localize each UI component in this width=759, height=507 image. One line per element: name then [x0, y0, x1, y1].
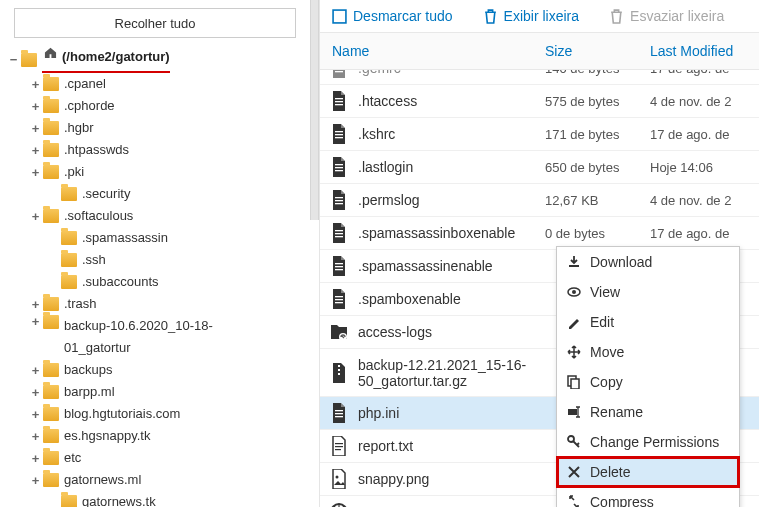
- file-name: .kshrc: [358, 126, 395, 142]
- tree-item[interactable]: +es.hgsnappy.tk: [8, 425, 300, 447]
- expand-toggle-icon[interactable]: +: [30, 298, 41, 311]
- rename-icon: [567, 405, 581, 419]
- file-row[interactable]: .lastlogin650 de bytesHoje 14:06: [320, 151, 759, 184]
- ctx-label: Compress: [590, 494, 654, 507]
- ctx-perm[interactable]: Change Permissions: [557, 427, 739, 457]
- tree-root[interactable]: − (/home2/gatortur): [8, 46, 300, 73]
- ctx-edit[interactable]: Edit: [557, 307, 739, 337]
- unselect-all-label: Desmarcar tudo: [353, 8, 453, 24]
- expand-toggle-icon[interactable]: +: [30, 386, 41, 399]
- tree-item[interactable]: +.cpanel: [8, 73, 300, 95]
- doc-icon: [330, 124, 348, 144]
- file-row[interactable]: .permslog12,67 KB4 de nov. de 2: [320, 184, 759, 217]
- ctx-view[interactable]: View: [557, 277, 739, 307]
- ctx-label: Edit: [590, 314, 614, 330]
- tree-item-label: barpp.ml: [64, 381, 115, 403]
- file-name: .spamassassinenable: [358, 258, 493, 274]
- tree-item[interactable]: +blog.hgtutoriais.com: [8, 403, 300, 425]
- tree-item[interactable]: +.htpasswds: [8, 139, 300, 161]
- tree-item-label: backup-10.6.2020_10-18-01_gatortur: [64, 315, 264, 359]
- column-size[interactable]: Size: [539, 33, 644, 69]
- unselect-all-button[interactable]: Desmarcar tudo: [332, 8, 453, 24]
- file-date: 17 de ago. de: [644, 127, 759, 142]
- folder-icon: [43, 363, 59, 377]
- tree-item-label: .cphorde: [64, 95, 115, 117]
- ctx-label: Change Permissions: [590, 434, 719, 450]
- expand-toggle-icon[interactable]: +: [30, 408, 41, 421]
- file-name: .spamboxenable: [358, 291, 461, 307]
- expand-toggle-icon[interactable]: +: [30, 452, 41, 465]
- root-path-label: (/home2/gatortur): [62, 46, 170, 68]
- doc-icon: [330, 256, 348, 276]
- expand-toggle-icon[interactable]: +: [30, 78, 41, 91]
- file-row[interactable]: .kshrc171 de bytes17 de ago. de: [320, 118, 759, 151]
- tree-item[interactable]: +backup-10.6.2020_10-18-01_gatortur: [8, 315, 300, 359]
- expand-toggle-icon[interactable]: +: [30, 474, 41, 487]
- tree-item[interactable]: +gatornews.ml: [8, 469, 300, 491]
- expand-toggle-icon[interactable]: +: [30, 430, 41, 443]
- expand-toggle-icon[interactable]: +: [30, 144, 41, 157]
- ctx-download[interactable]: Download: [557, 247, 739, 277]
- file-name: snappy.png: [358, 471, 429, 487]
- folder-icon: [61, 187, 77, 201]
- tree-item-label: blog.hgtutoriais.com: [64, 403, 180, 425]
- ctx-copy[interactable]: Copy: [557, 367, 739, 397]
- download-icon: [567, 255, 581, 269]
- tree-item[interactable]: +.trash: [8, 293, 300, 315]
- delete-icon: [567, 465, 581, 479]
- ctx-rename[interactable]: Rename: [557, 397, 739, 427]
- file-name: .lastlogin: [358, 159, 413, 175]
- tree-item[interactable]: .spamassassin: [8, 227, 300, 249]
- pane-divider[interactable]: [310, 0, 319, 220]
- expand-toggle-icon[interactable]: +: [30, 100, 41, 113]
- column-name[interactable]: Name: [320, 33, 539, 69]
- doc-icon: [330, 289, 348, 309]
- trash-icon: [483, 9, 498, 24]
- expand-toggle-icon[interactable]: +: [30, 210, 41, 223]
- tree-item[interactable]: .ssh: [8, 249, 300, 271]
- folder-icon: [61, 231, 77, 245]
- tree-item[interactable]: .security: [8, 183, 300, 205]
- folder-icon: [43, 385, 59, 399]
- tree-item[interactable]: +.cphorde: [8, 95, 300, 117]
- ctx-delete[interactable]: Delete: [557, 457, 739, 487]
- tree-item[interactable]: +etc: [8, 447, 300, 469]
- tree-item-label: .softaculous: [64, 205, 133, 227]
- file-row[interactable]: .htaccess575 de bytes4 de nov. de 2: [320, 85, 759, 118]
- expand-toggle-icon[interactable]: +: [30, 364, 41, 377]
- tree-item[interactable]: +.hgbr: [8, 117, 300, 139]
- ctx-compress[interactable]: Compress: [557, 487, 739, 507]
- collapse-toggle-icon[interactable]: −: [8, 53, 19, 66]
- view-icon: [567, 285, 581, 299]
- tree-item[interactable]: +.pki: [8, 161, 300, 183]
- globe-icon: [330, 502, 348, 507]
- expand-toggle-icon[interactable]: +: [30, 122, 41, 135]
- ctx-label: Rename: [590, 404, 643, 420]
- tree-item-label: .spamassassin: [82, 227, 168, 249]
- tree-item[interactable]: +barpp.ml: [8, 381, 300, 403]
- tree-item[interactable]: +backups: [8, 359, 300, 381]
- file-name: .permslog: [358, 192, 419, 208]
- expand-toggle-icon[interactable]: +: [30, 315, 41, 328]
- file-date: 4 de nov. de 2: [644, 94, 759, 109]
- folder-icon: [43, 407, 59, 421]
- tree-item[interactable]: .subaccounts: [8, 271, 300, 293]
- file-size: 171 de bytes: [539, 127, 644, 142]
- file-date: 17 de ago. de: [644, 70, 759, 76]
- file-name: .htaccess: [358, 93, 417, 109]
- show-trash-button[interactable]: Exibir lixeira: [483, 8, 579, 24]
- folder-icon: [43, 143, 59, 157]
- doc-icon: [330, 70, 348, 78]
- folder-icon: [43, 429, 59, 443]
- folder-icon: [61, 253, 77, 267]
- file-row[interactable]: .gemrc140 de bytes17 de ago. de: [320, 70, 759, 85]
- file-size: 650 de bytes: [539, 160, 644, 175]
- expand-toggle-icon[interactable]: +: [30, 166, 41, 179]
- collapse-all-button[interactable]: Recolher tudo: [14, 8, 296, 38]
- ctx-move[interactable]: Move: [557, 337, 739, 367]
- column-date[interactable]: Last Modified: [644, 33, 759, 69]
- file-name: backup-12.21.2021_15-16-50_gatortur.tar.…: [358, 357, 538, 389]
- txt-icon: [330, 436, 348, 456]
- tree-item[interactable]: +.softaculous: [8, 205, 300, 227]
- tree-item[interactable]: gatornews.tk: [8, 491, 300, 507]
